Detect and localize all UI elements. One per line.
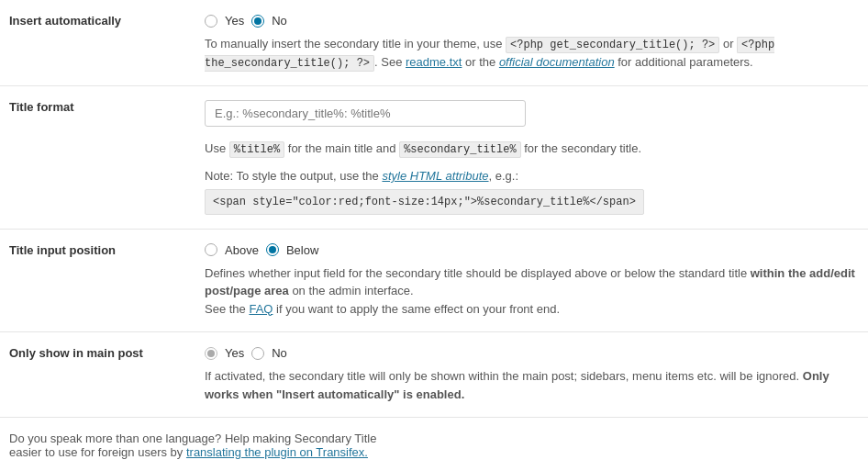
radio-insert-auto-yes[interactable] — [205, 15, 217, 28]
label-insert-automatically: Insert automatically — [9, 14, 121, 28]
link-style-html-attr[interactable]: style HTML attribute — [382, 169, 488, 183]
radio-only-show-yes-label: Yes — [225, 346, 244, 360]
title-format-note: Note: To style the output, use the style… — [205, 167, 859, 215]
radio-label-no: No — [272, 14, 287, 28]
only-show-description: If activated, the secondary title will o… — [205, 367, 859, 403]
radio-group-title-position: Above Below — [205, 243, 859, 257]
radio-group-only-show: Yes No — [205, 346, 859, 360]
label-title-input-position: Title input position — [9, 243, 116, 257]
radio-only-show-no-label: No — [272, 346, 287, 360]
row-only-show-main-post: Only show in main post Yes No If activat… — [0, 332, 868, 418]
footer-text2: easier to use for foreign users by — [9, 445, 186, 459]
insert-auto-description: To manually insert the secondary title i… — [205, 35, 859, 72]
radio-only-show-yes[interactable] — [205, 347, 217, 360]
style-html-attr-text: style HTML attribute — [382, 169, 488, 183]
code-get-secondary-title: <?php get_secondary_title(); ?> — [506, 37, 719, 53]
radio-position-below[interactable] — [266, 243, 279, 256]
link-faq[interactable]: FAQ — [249, 302, 273, 316]
label-only-show-main-post: Only show in main post — [9, 346, 143, 360]
radio-label-yes: Yes — [225, 14, 244, 28]
title-input-desc-post: on the admin interface. — [289, 284, 414, 297]
transifex-link-text: translating the plugin on Transifex. — [186, 445, 368, 459]
only-show-desc-text: If activated, the secondary title will o… — [205, 369, 803, 383]
radio-label-below: Below — [286, 243, 318, 257]
link-readme[interactable]: readme.txt — [406, 55, 462, 69]
title-format-desc-mid: for the main title and — [284, 141, 399, 155]
title-format-desc-post: for the secondary title. — [521, 141, 642, 155]
link-official-docs[interactable]: official documentation — [499, 55, 615, 69]
radio-group-insert-automatically: Yes No — [205, 14, 859, 28]
row-title-input-position: Title input position Above Below Defines… — [0, 229, 868, 332]
radio-position-above[interactable] — [205, 243, 217, 256]
title-input-position-description: Defines whether input field for the seco… — [205, 264, 859, 319]
title-format-input[interactable] — [205, 100, 526, 127]
title-input-desc-pre: Defines whether input field for the seco… — [205, 266, 751, 280]
title-format-note-pre: Note: To style the output, use the — [205, 169, 382, 183]
title-input-desc2-pre: See the — [205, 302, 249, 316]
title-input-desc2-post: if you want to apply the same effect on … — [273, 302, 560, 316]
code-title: %title% — [229, 141, 284, 158]
title-format-note-post: , e.g.: — [489, 169, 519, 183]
row-insert-automatically: Insert automatically Yes No To manually … — [0, 0, 868, 86]
faq-link-text: FAQ — [249, 302, 273, 316]
radio-label-above: Above — [225, 243, 259, 257]
label-title-format: Title format — [9, 100, 74, 114]
title-format-description: Use %title% for the main title and %seco… — [205, 140, 859, 158]
footer-section: Do you speak more than one language? Hel… — [0, 417, 868, 471]
link-transifex[interactable]: translating the plugin on Transifex. — [186, 445, 368, 459]
title-format-code-block: <span style="color:red;font-size:14px;">… — [205, 189, 644, 215]
footer-text1: Do you speak more than one language? Hel… — [9, 432, 376, 445]
code-secondary-title: %secondary_title% — [399, 141, 520, 158]
title-format-desc-pre: Use — [205, 141, 229, 155]
radio-insert-auto-no[interactable] — [251, 15, 264, 28]
row-title-format: Title format Use %title% for the main ti… — [0, 86, 868, 230]
radio-only-show-no[interactable] — [251, 347, 264, 360]
